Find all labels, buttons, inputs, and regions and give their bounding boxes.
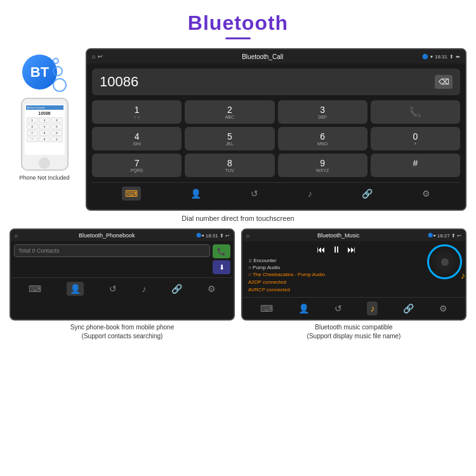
pb-nav-link[interactable]: 🔗 (171, 284, 182, 294)
music-navbar: ⌨ 👤 ↺ ♪ 🔗 ⚙ (242, 297, 465, 319)
phone-key-5: 5 (39, 124, 50, 129)
disc-visual (427, 244, 462, 279)
key-3[interactable]: 3DEF (278, 100, 367, 124)
music-nav-contacts[interactable]: 👤 (298, 303, 309, 314)
key-1[interactable]: 1○ ○ (92, 100, 182, 124)
car-dialer-screen[interactable]: ⌂ ↩ Bluetooth_Call 🔵 ▾ 18:31 ⬆ ⬅ 10086 ⌫… (86, 48, 466, 211)
key-0[interactable]: 0+ (371, 127, 460, 150)
keypad-grid: 1○ ○ 2ABC 3DEF 📞 4GHI 5JKL 6MNO 0+ 7PQRS… (92, 100, 460, 177)
music-panel-wrapper: ⌂ Bluetooth_Music 🔵● 18:27 ⬆ ↩ ⏮ ⏸ ⏭ ♫ (241, 228, 466, 342)
bt-wave-3 (53, 78, 67, 92)
music-body: ⏮ ⏸ ⏭ ♫ Encounter ○ Pump Audio ○ The Che… (242, 241, 465, 297)
phone-key-hash: # (51, 136, 62, 142)
page-title-section: Bluetooth (0, 0, 476, 42)
phone-key-star: * (27, 136, 38, 142)
pb-nav-keypad[interactable]: ⌨ (29, 284, 41, 294)
phonebook-body: Total 0 Contacts 📞 ⬇ (11, 241, 234, 277)
pb-title: Bluetooth_Phonebook (18, 232, 196, 239)
play-pause-button[interactable]: ⏸ (332, 244, 341, 255)
phone-number-display: 10086 (26, 111, 63, 116)
phonebook-caption: Sync phone-book from mobile phone (Suppo… (10, 321, 235, 342)
bt-wave-2 (53, 66, 63, 76)
key-7[interactable]: 7PQRS (92, 154, 182, 177)
statusbar-back-icon: ↩ (98, 53, 103, 60)
music-track-list: ♫ Encounter ○ Pump Audio ○ The Cheebacab… (246, 258, 427, 293)
call-contact-icon: 📞 (217, 248, 226, 256)
phone-key-9: 9 (51, 130, 62, 136)
music-nav-music[interactable]: ♪ (367, 301, 378, 315)
key-4[interactable]: 4GHI (92, 127, 182, 150)
phonebook-caption-line1: Sync phone-book from mobile phone (10, 323, 235, 332)
music-nav-settings[interactable]: ⚙ (439, 303, 447, 314)
bt-label: BT (30, 64, 49, 81)
pb-nav-contacts[interactable]: 👤 (67, 282, 84, 296)
key-9[interactable]: 9WXYZ (278, 154, 367, 177)
key-5[interactable]: 5JKL (185, 127, 274, 150)
pb-icons: ⬆ ↩ (220, 233, 230, 239)
download-contacts-button[interactable]: ⬇ (213, 260, 230, 274)
wifi-icon: ⬆ (449, 54, 454, 60)
bluetooth-icon-wrapper: BT (22, 55, 67, 93)
contacts-search-input[interactable]: Total 0 Contacts (14, 244, 210, 257)
key-6[interactable]: 6MNO (278, 127, 367, 150)
music-caption: Bluetooth music compatible (Support disp… (241, 321, 466, 342)
phone-not-included-label: Phone Not Included (19, 175, 69, 181)
track-2: ○ Pump Audio (248, 265, 427, 270)
a2dp-status: A2DP connected (248, 279, 427, 285)
phonebook-navbar: ⌨ 👤 ↺ ♪ 🔗 ⚙ (11, 277, 234, 300)
phonebook-panel-wrapper: ⌂ Bluetooth_Phonebook 🔵● 18:31 ⬆ ↩ Total… (10, 228, 235, 342)
phone-key-7: 7 (27, 130, 38, 136)
call-button[interactable]: 📞 (371, 100, 460, 124)
pb-nav-music[interactable]: ♪ (142, 284, 146, 294)
main-layout: BT Add to Contacts 10086 1 2 3 4 5 6 7 (0, 42, 476, 211)
main-caption: Dial number direct from touchscreen (0, 211, 476, 226)
music-nav-recent[interactable]: ↺ (334, 303, 342, 314)
pb-nav-recent[interactable]: ↺ (109, 284, 117, 294)
dialed-number: 10086 (100, 74, 138, 90)
bt-wave-1 (53, 58, 59, 64)
call-contact-button[interactable]: 📞 (213, 244, 230, 258)
nav-settings-icon[interactable]: ⚙ (422, 188, 430, 199)
nav-link-icon[interactable]: 🔗 (362, 188, 373, 199)
phonebook-panel: ⌂ Bluetooth_Phonebook 🔵● 18:31 ⬆ ↩ Total… (10, 228, 235, 321)
music-panel: ⌂ Bluetooth_Music 🔵● 18:27 ⬆ ↩ ⏮ ⏸ ⏭ ♫ (241, 228, 466, 321)
time-display: 18:31 (435, 54, 447, 60)
bt-status-icon: 🔵 (422, 54, 428, 60)
nav-keypad-icon[interactable]: ⌨ (122, 187, 141, 201)
track-3: ○ The Cheebacabra - Pump Audio (248, 272, 427, 277)
phone-key-0: 0 (39, 136, 50, 142)
music-controls: ⏮ ⏸ ⏭ (246, 244, 427, 255)
nav-contacts-icon[interactable]: 👤 (190, 188, 201, 199)
pb-nav-settings[interactable]: ⚙ (208, 284, 216, 294)
statusbar-home-icon: ⌂ (92, 53, 95, 60)
statusbar-title: Bluetooth_Call (105, 53, 420, 60)
music-nav-keypad[interactable]: ⌨ (260, 303, 273, 314)
key-hash[interactable]: # (371, 154, 460, 177)
signal-icon: ▾ (430, 54, 433, 60)
music-title: Bluetooth_Music (249, 232, 428, 239)
phone-key-6: 6 (51, 124, 62, 129)
backspace-button[interactable]: ⌫ (435, 75, 453, 89)
phone-keypad: 1 2 3 4 5 6 7 8 9 * 0 # (26, 117, 63, 143)
phone-screen: Add to Contacts 10086 1 2 3 4 5 6 7 8 9 … (25, 104, 65, 155)
music-caption-line1: Bluetooth music compatible (241, 323, 466, 332)
dialer-body: 10086 ⌫ 1○ ○ 2ABC 3DEF 📞 4GHI 5JKL 6MNO … (87, 63, 465, 209)
backspace-icon: ⌫ (439, 77, 449, 86)
prev-button[interactable]: ⏮ (317, 244, 326, 255)
key-8[interactable]: 8TUV (185, 154, 274, 177)
nav-recent-icon[interactable]: ↺ (251, 188, 258, 199)
phonebook-caption-line2: (Support contacts searching) (10, 332, 235, 341)
pb-bt-icon: 🔵● (196, 233, 204, 238)
nav-music-icon[interactable]: ♪ (308, 188, 312, 199)
bottom-panels: ⌂ Bluetooth_Phonebook 🔵● 18:31 ⬆ ↩ Total… (0, 228, 476, 342)
music-caption-line2: (Support display music file name) (241, 332, 466, 341)
bt-circle: BT (22, 55, 57, 89)
music-note-icon: ♪ (461, 270, 465, 281)
key-2[interactable]: 2ABC (185, 100, 274, 124)
disc-center (441, 258, 449, 266)
page-title: Bluetooth (0, 11, 476, 35)
music-nav-link[interactable]: 🔗 (403, 303, 414, 314)
next-button[interactable]: ⏭ (347, 244, 356, 255)
pb-time: 18:31 (206, 233, 218, 239)
call-icon: 📞 (409, 106, 421, 118)
